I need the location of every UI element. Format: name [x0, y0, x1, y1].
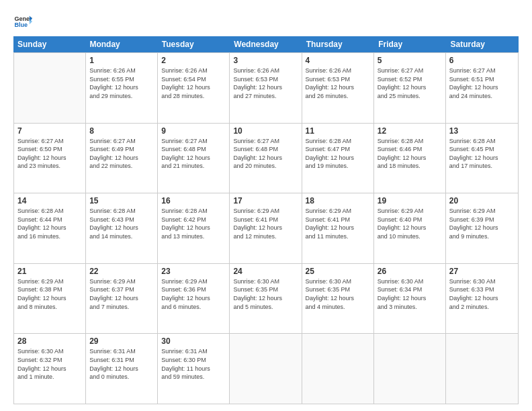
calendar-day-17: 17Sunrise: 6:29 AM Sunset: 6:41 PM Dayli…: [230, 193, 302, 263]
calendar-day-25: 25Sunrise: 6:30 AM Sunset: 6:35 PM Dayli…: [302, 264, 374, 334]
header-day-tuesday: Tuesday: [158, 36, 230, 52]
day-info: Sunrise: 6:29 AM Sunset: 6:40 PM Dayligh…: [378, 207, 442, 240]
day-number: 15: [89, 196, 154, 205]
day-number: 23: [161, 267, 226, 276]
day-number: 17: [233, 196, 298, 205]
day-number: 5: [378, 56, 442, 65]
calendar-day-empty: [446, 334, 518, 404]
day-number: 9: [161, 126, 226, 136]
header-day-sunday: Sunday: [13, 36, 85, 52]
day-number: 27: [449, 267, 515, 276]
calendar-week-4: 21Sunrise: 6:29 AM Sunset: 6:38 PM Dayli…: [14, 263, 518, 334]
header-day-friday: Friday: [374, 36, 446, 52]
logo-icon: General Blue: [13, 12, 32, 31]
calendar-day-12: 12Sunrise: 6:28 AM Sunset: 6:46 PM Dayli…: [374, 124, 446, 193]
day-number: 30: [161, 336, 226, 346]
header: General Blue: [13, 12, 519, 31]
svg-text:Blue: Blue: [14, 21, 28, 28]
calendar-day-26: 26Sunrise: 6:30 AM Sunset: 6:34 PM Dayli…: [374, 264, 446, 334]
day-number: 29: [89, 336, 154, 346]
calendar-day-18: 18Sunrise: 6:29 AM Sunset: 6:41 PM Dayli…: [302, 193, 374, 263]
day-number: 4: [306, 56, 370, 65]
calendar-body: 1Sunrise: 6:26 AM Sunset: 6:55 PM Daylig…: [13, 52, 519, 404]
day-info: Sunrise: 6:28 AM Sunset: 6:43 PM Dayligh…: [89, 207, 154, 240]
day-info: Sunrise: 6:30 AM Sunset: 6:34 PM Dayligh…: [378, 277, 442, 311]
calendar-day-empty: [374, 334, 446, 404]
day-info: Sunrise: 6:27 AM Sunset: 6:50 PM Dayligh…: [17, 137, 82, 171]
calendar-day-1: 1Sunrise: 6:26 AM Sunset: 6:55 PM Daylig…: [86, 53, 158, 123]
calendar: SundayMondayTuesdayWednesdayThursdayFrid…: [13, 36, 519, 404]
day-number: 14: [17, 196, 82, 205]
day-number: 8: [89, 126, 154, 136]
calendar-day-29: 29Sunrise: 6:31 AM Sunset: 6:31 PM Dayli…: [86, 334, 158, 404]
calendar-day-14: 14Sunrise: 6:28 AM Sunset: 6:44 PM Dayli…: [14, 193, 86, 263]
calendar-day-empty: [302, 334, 374, 404]
calendar-day-5: 5Sunrise: 6:27 AM Sunset: 6:52 PM Daylig…: [374, 53, 446, 123]
calendar-day-24: 24Sunrise: 6:30 AM Sunset: 6:35 PM Dayli…: [230, 264, 302, 334]
calendar-day-empty: [14, 53, 86, 123]
header-day-wednesday: Wednesday: [230, 36, 302, 52]
day-info: Sunrise: 6:29 AM Sunset: 6:41 PM Dayligh…: [233, 207, 298, 240]
header-day-thursday: Thursday: [302, 36, 374, 52]
day-info: Sunrise: 6:30 AM Sunset: 6:35 PM Dayligh…: [306, 277, 370, 311]
day-info: Sunrise: 6:30 AM Sunset: 6:33 PM Dayligh…: [449, 277, 515, 311]
day-info: Sunrise: 6:29 AM Sunset: 6:36 PM Dayligh…: [161, 277, 226, 311]
day-number: 28: [17, 336, 82, 346]
day-number: 26: [378, 267, 442, 276]
calendar-day-3: 3Sunrise: 6:26 AM Sunset: 6:53 PM Daylig…: [230, 53, 302, 123]
day-number: 25: [306, 267, 370, 276]
calendar-day-4: 4Sunrise: 6:26 AM Sunset: 6:53 PM Daylig…: [302, 53, 374, 123]
day-info: Sunrise: 6:26 AM Sunset: 6:54 PM Dayligh…: [161, 66, 226, 100]
calendar-week-3: 14Sunrise: 6:28 AM Sunset: 6:44 PM Dayli…: [14, 193, 518, 263]
calendar-day-10: 10Sunrise: 6:27 AM Sunset: 6:48 PM Dayli…: [230, 124, 302, 193]
day-number: 13: [449, 126, 515, 136]
calendar-day-7: 7Sunrise: 6:27 AM Sunset: 6:50 PM Daylig…: [14, 124, 86, 193]
calendar-day-11: 11Sunrise: 6:28 AM Sunset: 6:47 PM Dayli…: [302, 124, 374, 193]
day-number: 20: [449, 196, 515, 205]
calendar-day-2: 2Sunrise: 6:26 AM Sunset: 6:54 PM Daylig…: [158, 53, 230, 123]
day-info: Sunrise: 6:30 AM Sunset: 6:35 PM Dayligh…: [233, 277, 298, 311]
day-number: 24: [233, 267, 298, 276]
calendar-day-22: 22Sunrise: 6:29 AM Sunset: 6:37 PM Dayli…: [86, 264, 158, 334]
day-number: 22: [89, 267, 154, 276]
day-info: Sunrise: 6:28 AM Sunset: 6:45 PM Dayligh…: [449, 137, 515, 171]
header-day-monday: Monday: [85, 36, 157, 52]
calendar-day-16: 16Sunrise: 6:28 AM Sunset: 6:42 PM Dayli…: [158, 193, 230, 263]
day-info: Sunrise: 6:27 AM Sunset: 6:49 PM Dayligh…: [89, 137, 154, 171]
calendar-header-row: SundayMondayTuesdayWednesdayThursdayFrid…: [13, 36, 519, 52]
calendar-week-2: 7Sunrise: 6:27 AM Sunset: 6:50 PM Daylig…: [14, 123, 518, 193]
calendar-day-30: 30Sunrise: 6:31 AM Sunset: 6:30 PM Dayli…: [158, 334, 230, 404]
day-number: 11: [306, 126, 370, 136]
day-info: Sunrise: 6:28 AM Sunset: 6:46 PM Dayligh…: [378, 137, 442, 171]
calendar-day-9: 9Sunrise: 6:27 AM Sunset: 6:48 PM Daylig…: [158, 124, 230, 193]
day-info: Sunrise: 6:27 AM Sunset: 6:51 PM Dayligh…: [449, 66, 515, 100]
day-info: Sunrise: 6:31 AM Sunset: 6:31 PM Dayligh…: [89, 347, 154, 381]
day-number: 7: [17, 126, 82, 136]
calendar-week-5: 28Sunrise: 6:30 AM Sunset: 6:32 PM Dayli…: [14, 333, 518, 404]
day-info: Sunrise: 6:26 AM Sunset: 6:53 PM Dayligh…: [306, 66, 370, 100]
calendar-day-19: 19Sunrise: 6:29 AM Sunset: 6:40 PM Dayli…: [374, 193, 446, 263]
calendar-day-21: 21Sunrise: 6:29 AM Sunset: 6:38 PM Dayli…: [14, 264, 86, 334]
day-number: 10: [233, 126, 298, 136]
day-info: Sunrise: 6:29 AM Sunset: 6:41 PM Dayligh…: [306, 207, 370, 240]
day-info: Sunrise: 6:28 AM Sunset: 6:47 PM Dayligh…: [306, 137, 370, 171]
day-info: Sunrise: 6:29 AM Sunset: 6:39 PM Dayligh…: [449, 207, 515, 240]
calendar-day-13: 13Sunrise: 6:28 AM Sunset: 6:45 PM Dayli…: [446, 124, 518, 193]
day-number: 21: [17, 267, 82, 276]
day-number: 1: [89, 56, 154, 65]
calendar-day-27: 27Sunrise: 6:30 AM Sunset: 6:33 PM Dayli…: [446, 264, 518, 334]
calendar-week-1: 1Sunrise: 6:26 AM Sunset: 6:55 PM Daylig…: [14, 52, 518, 123]
day-number: 12: [378, 126, 442, 136]
calendar-day-23: 23Sunrise: 6:29 AM Sunset: 6:36 PM Dayli…: [158, 264, 230, 334]
day-info: Sunrise: 6:27 AM Sunset: 6:52 PM Dayligh…: [378, 66, 442, 100]
day-info: Sunrise: 6:31 AM Sunset: 6:30 PM Dayligh…: [161, 347, 226, 381]
day-info: Sunrise: 6:30 AM Sunset: 6:32 PM Dayligh…: [17, 347, 82, 381]
day-info: Sunrise: 6:26 AM Sunset: 6:55 PM Dayligh…: [89, 66, 154, 100]
logo: General Blue: [13, 12, 32, 31]
day-info: Sunrise: 6:29 AM Sunset: 6:37 PM Dayligh…: [89, 277, 154, 311]
calendar-day-20: 20Sunrise: 6:29 AM Sunset: 6:39 PM Dayli…: [446, 193, 518, 263]
calendar-day-empty: [230, 334, 302, 404]
day-number: 6: [449, 56, 515, 65]
day-info: Sunrise: 6:27 AM Sunset: 6:48 PM Dayligh…: [161, 137, 226, 171]
day-info: Sunrise: 6:29 AM Sunset: 6:38 PM Dayligh…: [17, 277, 82, 311]
